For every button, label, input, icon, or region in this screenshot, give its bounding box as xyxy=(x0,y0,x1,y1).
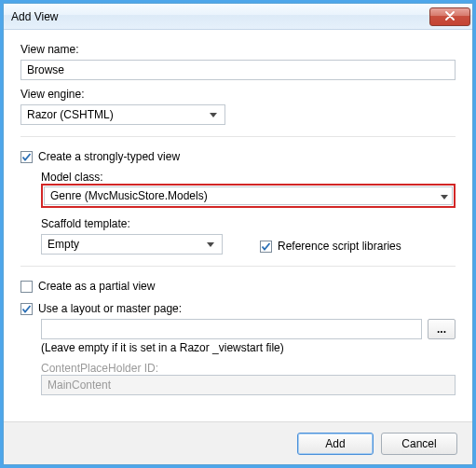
chevron-down-icon xyxy=(206,107,221,122)
window-title: Add View xyxy=(11,10,58,23)
scaffold-template-label: Scaffold template: xyxy=(41,217,223,230)
scaffold-template-value: Empty xyxy=(48,238,79,251)
close-icon xyxy=(444,10,456,23)
strongly-typed-group: Model class: Genre (MvcMusicStore.Models… xyxy=(41,167,456,255)
model-class-value: Genre (MvcMusicStore.Models) xyxy=(50,189,208,202)
divider xyxy=(20,266,456,267)
model-class-dropdown[interactable]: Genre (MvcMusicStore.Models) xyxy=(44,186,453,205)
view-engine-dropdown[interactable]: Razor (CSHTML) xyxy=(20,104,225,125)
add-button[interactable]: Add xyxy=(297,433,374,455)
reference-scripts-checkbox[interactable] xyxy=(260,241,272,253)
partial-view-row: Create as a partial view xyxy=(20,280,456,293)
close-button[interactable] xyxy=(429,7,470,26)
view-name-input[interactable] xyxy=(20,60,456,80)
model-class-label: Model class: xyxy=(41,171,456,184)
cancel-button[interactable]: Cancel xyxy=(381,433,457,455)
reference-scripts-label: Reference script libraries xyxy=(278,240,401,253)
use-layout-checkbox[interactable] xyxy=(20,303,33,315)
view-name-label: View name: xyxy=(20,43,456,56)
strongly-typed-checkbox[interactable] xyxy=(20,151,33,163)
layout-path-input[interactable] xyxy=(41,319,422,339)
dialog-content: View name: View engine: Razor (CSHTML) C… xyxy=(4,30,472,421)
use-layout-row: Use a layout or master page: xyxy=(20,302,456,315)
use-layout-label: Use a layout or master page: xyxy=(38,302,182,315)
ellipsis-icon: ... xyxy=(437,323,446,336)
view-engine-value: Razor (CSHTML) xyxy=(27,108,114,121)
chevron-down-icon xyxy=(203,237,218,252)
strongly-typed-row: Create a strongly-typed view xyxy=(20,150,456,163)
cph-id-label: ContentPlaceHolder ID: xyxy=(41,362,456,375)
partial-view-checkbox[interactable] xyxy=(20,281,33,293)
scaffold-template-dropdown[interactable]: Empty xyxy=(41,234,223,255)
divider xyxy=(20,136,456,137)
dialog-footer: Add Cancel xyxy=(4,421,472,464)
strongly-typed-label: Create a strongly-typed view xyxy=(38,150,180,163)
layout-hint: (Leave empty if it is set in a Razor _vi… xyxy=(41,341,456,354)
chevron-down-icon xyxy=(441,189,448,202)
reference-scripts-row: Reference script libraries xyxy=(260,240,401,253)
cph-id-input xyxy=(41,375,456,395)
partial-view-label: Create as a partial view xyxy=(38,280,155,293)
layout-group: ... (Leave empty if it is set in a Razor… xyxy=(41,319,456,395)
model-class-highlight: Genre (MvcMusicStore.Models) xyxy=(41,184,456,208)
browse-button[interactable]: ... xyxy=(428,319,456,339)
titlebar: Add View xyxy=(4,4,472,30)
view-engine-label: View engine: xyxy=(20,88,456,101)
